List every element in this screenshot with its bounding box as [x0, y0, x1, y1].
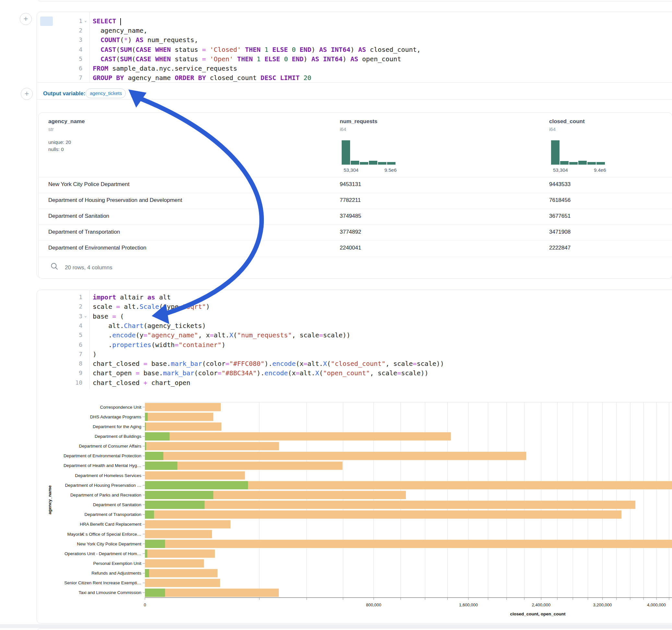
next-cell-stub — [37, 628, 672, 630]
bar-closed — [145, 442, 279, 451]
bar-closed — [145, 569, 217, 578]
bar-open — [145, 413, 148, 421]
column-header[interactable]: num_requests — [340, 118, 377, 125]
bar-closed — [145, 579, 220, 587]
code-line[interactable]: 7) — [37, 350, 672, 359]
column-stat: nulls: 0 — [48, 146, 64, 152]
y-axis-label: Department of Transportation — [84, 512, 141, 517]
code-line[interactable]: 3 COUNT(*) AS num_requests, — [37, 35, 672, 44]
code-line[interactable]: 1⌄SELECT — [37, 17, 672, 26]
python-cell[interactable]: 1import altair as alt2scale = alt.Scale(… — [37, 290, 672, 624]
x-axis-tick-label: 800,000 — [366, 602, 381, 607]
output-variable-pill[interactable]: agency_tickets — [86, 89, 126, 98]
y-axis-label: Personal Exemption Unit — [93, 561, 141, 566]
table-row[interactable]: New York City Police Department945313194… — [39, 177, 672, 193]
y-axis-label: Operations Unit - Department of Hom… — [65, 551, 141, 556]
x-axis-tick-label: 4,000,000 — [647, 602, 666, 607]
histogram-max-label: 9.5e6 — [384, 167, 397, 173]
code-line[interactable]: 2 agency_name, — [37, 26, 672, 35]
code-line[interactable]: 10chart_closed + chart_open — [37, 378, 672, 387]
y-axis-label: Department of Housing Preservation … — [65, 483, 141, 488]
table-row[interactable]: Department of Housing Preservation and D… — [39, 193, 672, 209]
bar-closed — [145, 501, 635, 509]
x-axis-tick-label: 0 — [144, 602, 146, 607]
y-axis-label: Senior Citizen Rent Increase Exempti… — [64, 580, 141, 585]
fold-chevron-icon[interactable]: ⌄ — [84, 16, 90, 25]
bar-closed — [145, 530, 212, 538]
y-axis-label: Department of Sanitation — [93, 502, 141, 507]
bar-open — [145, 588, 165, 597]
code-line[interactable]: 9chart_open = base.mark_bar(color="#8BC3… — [37, 368, 672, 378]
y-axis-label: Department of Parks and Recreation — [70, 492, 141, 498]
y-axis-label: Correspondence Unit — [100, 405, 141, 410]
bar-closed — [145, 403, 221, 411]
bar-closed — [145, 422, 221, 431]
bar-open — [145, 491, 213, 500]
column-stat: unique: 20 — [48, 139, 71, 145]
x-axis-title: closed_count, open_count — [510, 611, 566, 616]
x-axis-tick-label: 2,400,000 — [532, 602, 550, 607]
table-row-count: 20 rows, 4 columns — [65, 264, 112, 271]
bar-closed — [145, 510, 621, 519]
bar-closed — [145, 559, 204, 568]
table-row[interactable]: Department of Sanitation37494853677651 — [39, 209, 672, 224]
y-axis-label: Refunds and Adjustments — [91, 571, 141, 576]
y-axis-label: Department of Homeless Services — [75, 473, 141, 478]
column-type: str — [48, 126, 54, 132]
column-histogram — [342, 140, 397, 165]
code-line[interactable]: 8chart_closed = base.mark_bar(color="#FF… — [37, 359, 672, 368]
y-axis-label: Department of Health and Mental Hyg… — [64, 463, 141, 468]
y-axis-label: DHS Advantage Programs — [90, 414, 142, 419]
code-line[interactable]: 6FROM sample_data.nyc.service_requests — [37, 64, 672, 73]
table-row[interactable]: Department of Environmental Protection22… — [39, 240, 672, 256]
add-cell-button[interactable]: + — [21, 88, 33, 100]
add-cell-button[interactable]: + — [20, 13, 32, 25]
code-line[interactable]: 2scale = alt.Scale(type="sqrt") — [37, 302, 672, 311]
code-line[interactable]: 6 .properties(width="container") — [37, 340, 672, 349]
bar-open — [145, 452, 163, 460]
y-axis-label: Taxi and Limousine Commission — [78, 590, 141, 595]
histogram-min-label: 53,304 — [553, 167, 568, 173]
bar-open — [145, 422, 146, 431]
bar-open — [145, 501, 205, 509]
histogram-max-label: 9.4e6 — [594, 167, 606, 173]
page-background-band — [0, 624, 672, 628]
bar-closed — [145, 550, 215, 558]
bar-open — [145, 481, 248, 490]
bar-open — [145, 539, 165, 548]
output-variable-label: Output variable: — [43, 91, 85, 97]
fold-chevron-icon[interactable]: ⌄ — [84, 311, 90, 320]
sql-cell[interactable]: 1⌄SELECT 2 agency_name,3 COUNT(*) AS num… — [37, 12, 672, 278]
bar-closed — [145, 471, 245, 480]
code-line[interactable]: 4 CAST(SUM(CASE WHEN status = 'Closed' T… — [37, 45, 672, 54]
code-line[interactable]: 4 alt.Chart(agency_tickets) — [37, 321, 672, 330]
bar-open — [145, 569, 149, 578]
code-line[interactable]: 5 .encode(y="agency_name", x=alt.X("num_… — [37, 331, 672, 340]
y-axis-label: New York City Police Department — [77, 541, 141, 547]
y-axis-label: Department of Consumer Affairs — [79, 444, 141, 449]
column-header[interactable]: closed_count — [549, 118, 585, 125]
y-axis-title: agency_name — [47, 485, 52, 514]
x-axis-tick-label: 1,600,000 — [459, 602, 478, 607]
bar-closed — [145, 452, 526, 460]
bar-open — [145, 550, 147, 558]
y-axis-label: HRA Benefit Card Replacement — [80, 522, 141, 527]
dataframe-preview[interactable]: agency_namestrunique: 20nulls: 0num_requ… — [38, 113, 672, 279]
bar-open — [145, 461, 177, 470]
table-footer[interactable]: 20 rows, 4 columns — [39, 257, 672, 279]
code-line[interactable]: 1import altair as alt — [37, 293, 672, 302]
search-icon[interactable] — [50, 262, 59, 271]
column-type: i64 — [340, 126, 346, 132]
code-line[interactable]: 5 CAST(SUM(CASE WHEN status = 'Open' THE… — [37, 54, 672, 64]
code-line[interactable]: 7GROUP BY agency_name ORDER BY closed_co… — [37, 73, 672, 82]
table-row[interactable]: Department of Transportation377489234719… — [39, 224, 672, 240]
bar-closed — [145, 432, 451, 441]
column-histogram — [551, 140, 606, 165]
bar-closed — [145, 520, 231, 529]
bar-open — [145, 510, 154, 519]
code-line[interactable]: 3⌄base = ( — [37, 312, 672, 321]
column-header[interactable]: agency_name — [48, 118, 85, 125]
bar-closed — [145, 413, 213, 421]
text-cursor — [120, 18, 121, 25]
altair-bar-chart: Correspondence UnitDHS Advantage Program… — [37, 394, 672, 621]
